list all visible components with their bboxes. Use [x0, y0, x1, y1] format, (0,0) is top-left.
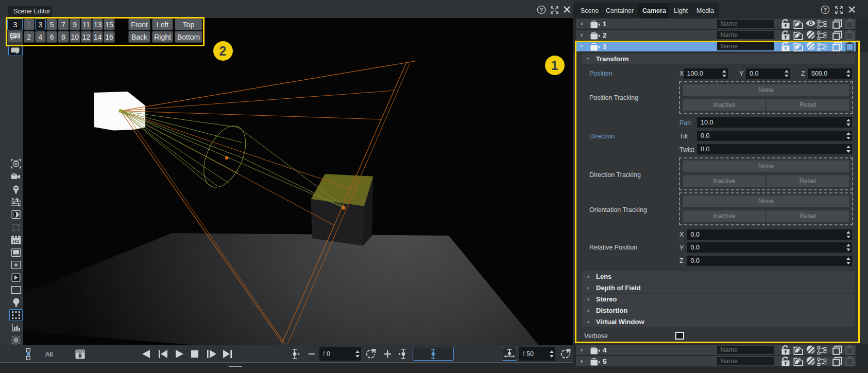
svg-text:HS: HS — [13, 239, 20, 244]
svg-text:?: ? — [540, 7, 543, 13]
svg-text:?: ? — [824, 7, 827, 13]
